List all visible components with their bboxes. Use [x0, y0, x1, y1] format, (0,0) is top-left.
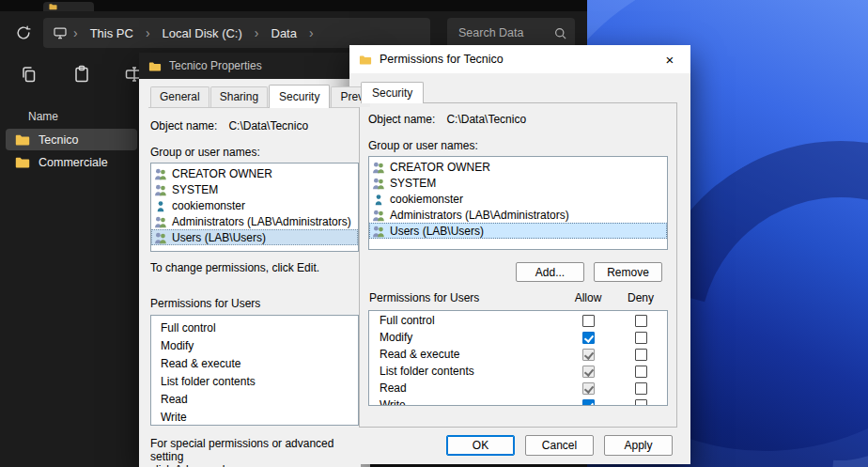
deny-checkbox[interactable] [635, 399, 647, 407]
object-name-label: Object name: [368, 113, 435, 126]
permission-item[interactable]: Modify [151, 336, 358, 354]
group-item[interactable]: Users (LAB\Users) [151, 229, 358, 245]
permission-row[interactable]: Write [369, 397, 667, 406]
allow-checkbox[interactable] [582, 399, 595, 407]
allow-checkbox[interactable] [582, 366, 595, 378]
allow-checkbox[interactable] [582, 349, 595, 361]
properties-dialog-titlebar[interactable]: Tecnico Properties [139, 53, 370, 79]
paste-button[interactable] [68, 60, 96, 88]
group-icon [372, 161, 385, 174]
group-icon [154, 183, 167, 196]
dialog-action-buttons: OK Cancel Apply [359, 428, 677, 456]
group-item[interactable]: CREATOR OWNER [369, 159, 667, 175]
cancel-button[interactable]: Cancel [525, 435, 594, 456]
group-names-list[interactable]: CREATOR OWNERSYSTEMcookiemonsterAdminist… [150, 163, 359, 252]
ok-button[interactable]: OK [446, 435, 515, 456]
edit-hint-text: To change permissions, click Edit. [150, 261, 359, 274]
group-item[interactable]: SYSTEM [369, 175, 667, 191]
permission-row[interactable]: Modify [369, 329, 667, 346]
permission-row[interactable]: Read [369, 380, 667, 397]
file-name: Commerciale [39, 156, 108, 169]
group-item[interactable]: cookiemonster [369, 191, 667, 207]
group-name: CREATOR OWNER [390, 161, 490, 174]
permission-name: Read [369, 381, 562, 395]
allow-checkbox[interactable] [582, 382, 595, 395]
group-name: Users (LAB\Users) [390, 225, 484, 238]
chevron-right-icon: › [253, 25, 261, 40]
deny-checkbox[interactable] [635, 366, 647, 378]
deny-cell [614, 349, 667, 361]
permission-row[interactable]: Full control [369, 312, 667, 329]
group-item[interactable]: SYSTEM [151, 181, 358, 197]
allow-cell [562, 399, 614, 407]
properties-dialog-title: Tecnico Properties [169, 59, 262, 72]
object-name-label: Object name: [150, 119, 217, 132]
search-input[interactable] [458, 26, 553, 39]
refresh-button[interactable] [9, 19, 38, 47]
permission-item[interactable]: List folder contents [151, 372, 358, 390]
breadcrumb: ›This PC›Local Disk (C:)›Data› [43, 18, 430, 48]
permission-item[interactable]: Full control [151, 319, 358, 336]
breadcrumb-item[interactable]: Data [265, 24, 303, 42]
properties-dialog: Tecnico Properties GeneralSharingSecurit… [139, 53, 370, 467]
group-name: SYSTEM [172, 183, 218, 196]
close-button[interactable]: × [649, 45, 690, 73]
deny-checkbox[interactable] [635, 349, 647, 361]
object-name-value: C:\Data\Tecnico [228, 119, 308, 132]
permissions-dialog-body: Security Object name: C:\Data\Tecnico Gr… [349, 73, 690, 456]
tab-security[interactable]: Security [361, 82, 424, 103]
breadcrumb-item[interactable]: This PC [84, 24, 140, 42]
tab-general[interactable]: General [150, 86, 209, 107]
advanced-hint-line2: click Advanced. [150, 463, 359, 467]
copy-button[interactable] [15, 60, 43, 88]
advanced-hint-line1: For special permissions or advanced sett… [150, 437, 359, 463]
group-item[interactable]: Users (LAB\Users) [369, 223, 667, 239]
permissions-dialog-titlebar[interactable]: Permissions for Tecnico × [349, 45, 690, 73]
permission-item[interactable]: Write [151, 408, 358, 426]
permissions-checkbox-list[interactable]: Full controlModifyRead & executeList fol… [368, 310, 668, 406]
permission-name: Read & execute [369, 348, 562, 361]
allow-checkbox[interactable] [582, 332, 595, 344]
add-button[interactable]: Add... [516, 262, 584, 282]
group-item[interactable]: Administrators (LAB\Administrators) [151, 213, 358, 229]
breadcrumb-item[interactable]: Local Disk (C:) [156, 24, 249, 42]
permission-name: Modify [369, 331, 562, 344]
file-row[interactable]: Commerciale [6, 151, 137, 173]
permissions-list[interactable]: Full controlModifyRead & executeList fol… [150, 315, 359, 426]
apply-button[interactable]: Apply [604, 435, 673, 456]
permission-item[interactable]: Read [151, 390, 358, 408]
tab-sharing[interactable]: Sharing [210, 86, 268, 107]
permission-row[interactable]: List folder contents [369, 363, 667, 380]
explorer-tab[interactable] [43, 2, 94, 11]
security-tab-pane: Object name: C:\Data\Tecnico Group or us… [359, 102, 677, 428]
permissions-header-row: Permissions for Users Allow Deny [369, 291, 667, 304]
tab-security[interactable]: Security [269, 85, 330, 108]
group-icon [154, 215, 167, 228]
security-tab-pane: Object name: C:\Data\Tecnico Group or us… [148, 107, 361, 467]
permissions-dialog-title: Permissions for Tecnico [380, 53, 504, 66]
deny-checkbox[interactable] [635, 332, 647, 344]
permission-name: Write [369, 398, 562, 406]
group-item[interactable]: cookiemonster [151, 197, 358, 213]
group-names-list[interactable]: CREATOR OWNERSYSTEMcookiemonsterAdminist… [368, 156, 668, 250]
permission-row[interactable]: Read & execute [369, 346, 667, 363]
permission-item[interactable]: Read & execute [151, 354, 358, 372]
deny-cell [614, 382, 667, 395]
permission-name: Full control [369, 314, 562, 327]
allow-cell [562, 366, 614, 378]
file-row[interactable]: Tecnico [6, 129, 137, 150]
group-item[interactable]: Administrators (LAB\Administrators) [369, 207, 667, 223]
allow-checkbox[interactable] [582, 315, 595, 327]
group-name: cookiemonster [390, 193, 463, 206]
copy-icon [19, 64, 39, 85]
properties-tabs: GeneralSharingSecurityPrevious Vers [148, 86, 361, 107]
group-icon [372, 209, 385, 222]
group-item[interactable]: CREATOR OWNER [151, 165, 358, 181]
deny-checkbox[interactable] [635, 382, 647, 395]
chevron-right-icon: › [307, 25, 316, 40]
remove-button[interactable]: Remove [594, 262, 662, 282]
folder-icon [359, 54, 372, 65]
group-icon [372, 177, 385, 190]
group-name: SYSTEM [390, 177, 436, 190]
deny-checkbox[interactable] [635, 315, 647, 327]
